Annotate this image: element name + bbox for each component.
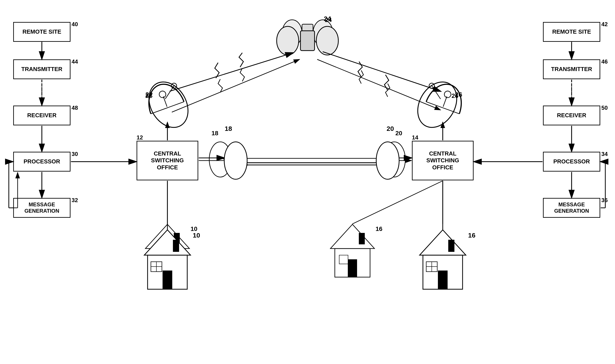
svg-text:16: 16 xyxy=(376,225,382,232)
svg-point-18 xyxy=(209,142,231,177)
right-receiver: RECEIVER xyxy=(543,105,600,125)
svg-text:22: 22 xyxy=(145,92,152,99)
svg-point-29 xyxy=(429,83,434,88)
ref-30: 30 xyxy=(71,151,78,157)
svg-point-33 xyxy=(282,20,302,46)
ref-12: 12 xyxy=(137,134,143,141)
svg-point-22 xyxy=(141,75,196,135)
svg-rect-42 xyxy=(154,255,163,264)
left-remote-site: REMOTE SITE xyxy=(13,22,70,42)
right-remote-site: REMOTE SITE xyxy=(543,22,600,42)
svg-text:24: 24 xyxy=(325,16,332,23)
ref-48: 48 xyxy=(71,104,78,111)
left-message-gen: MESSAGE GENERATION xyxy=(13,198,70,218)
ref-34: 34 xyxy=(601,151,608,157)
diagram: REMOTE SITE 40 TRANSMITTER 44 RECEIVER 4… xyxy=(0,0,615,364)
ref-46: 46 xyxy=(601,58,608,65)
svg-rect-47 xyxy=(359,233,364,244)
left-transmitter: TRANSMITTER xyxy=(13,59,70,79)
ref-44: 44 xyxy=(71,58,78,65)
svg-rect-40 xyxy=(174,233,180,244)
right-transmitter: TRANSMITTER xyxy=(543,59,600,79)
svg-point-34 xyxy=(313,20,333,46)
svg-text:10: 10 xyxy=(191,225,197,232)
svg-rect-41 xyxy=(163,260,172,277)
right-processor: PROCESSOR xyxy=(543,152,600,171)
svg-rect-38 xyxy=(150,248,185,277)
cso-right: CENTRALSWITCHINGOFFICE xyxy=(412,141,474,180)
svg-line-28 xyxy=(432,86,441,99)
svg-text:26: 26 xyxy=(452,92,458,99)
left-processor: PROCESSOR xyxy=(13,152,70,171)
svg-point-20 xyxy=(383,142,405,177)
svg-line-51 xyxy=(352,181,443,224)
svg-point-27 xyxy=(410,75,465,135)
right-message-gen: MESSAGE GENERATION xyxy=(543,198,600,218)
svg-line-23 xyxy=(165,86,174,99)
svg-text:20: 20 xyxy=(395,130,402,137)
svg-line-37 xyxy=(317,59,441,110)
svg-point-24 xyxy=(171,83,177,88)
svg-text:18: 18 xyxy=(211,130,218,137)
left-receiver: RECEIVER xyxy=(13,105,70,125)
svg-rect-49 xyxy=(339,255,348,264)
svg-line-36 xyxy=(172,59,300,112)
svg-marker-46 xyxy=(330,224,375,248)
svg-rect-32 xyxy=(302,24,313,42)
diagram-svg: 18 20 22 26 xyxy=(0,0,615,364)
svg-rect-48 xyxy=(348,260,357,277)
ref-32: 32 xyxy=(71,197,78,204)
ref-42: 42 xyxy=(601,21,608,28)
ref-40: 40 xyxy=(71,21,78,28)
ref-50: 50 xyxy=(601,104,608,111)
svg-marker-39 xyxy=(145,224,189,248)
ref-36: 36 xyxy=(601,197,608,204)
svg-rect-45 xyxy=(335,248,370,277)
ref-14: 14 xyxy=(412,134,418,141)
cso-left: CENTRALSWITCHINGOFFICE xyxy=(137,141,198,180)
